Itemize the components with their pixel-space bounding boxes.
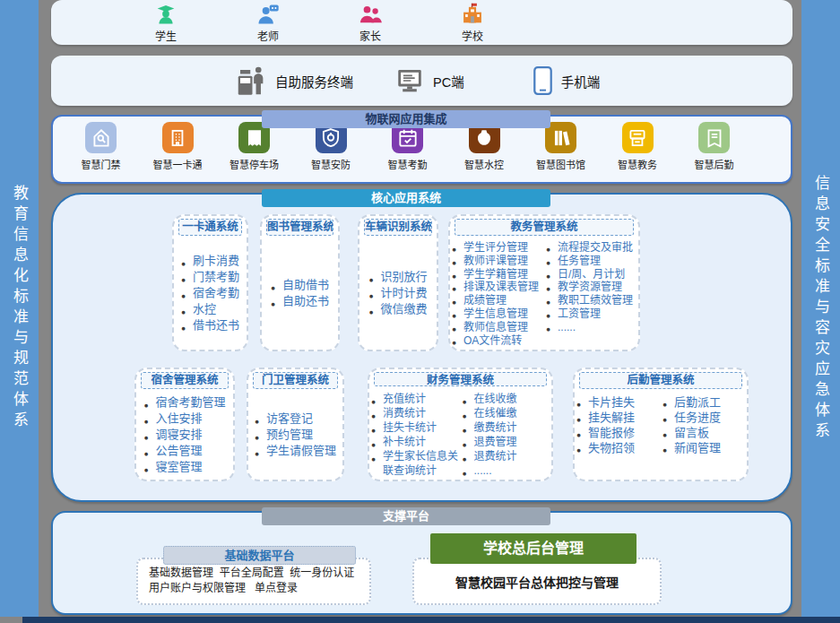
list-item: 流程提交及审批 xyxy=(546,241,636,255)
iot-label: 智慧考勤 xyxy=(388,157,428,171)
list-item: 新闻管理 xyxy=(662,440,745,455)
user-item-teacher: 老师 xyxy=(241,2,295,43)
student-icon xyxy=(152,2,179,27)
academic-icon xyxy=(622,122,654,153)
iot-panel: 物联网应用集成 智慧门禁智慧一卡通智慧停车场智慧安防智慧考勤智慧水控智慧图书馆智… xyxy=(51,115,792,184)
list-item: 学生请假管理 xyxy=(255,443,336,459)
sysbox-gate-system: 门卫管理系统访客登记预约管理学生请假管理 xyxy=(247,368,344,481)
list-item: ...... xyxy=(463,463,550,478)
item-column: 流程提交及审批任务管理日/周、月计划教学资源管理教职工绩效管理工资管理.....… xyxy=(546,241,636,334)
list-item: 调寝安排 xyxy=(143,427,225,443)
list-item: ...... xyxy=(546,321,636,334)
phone-icon xyxy=(533,65,553,96)
item-column: 宿舍考勤管理入住安排调寝安排公告管理寝室管理 xyxy=(143,394,225,475)
list-item: 公告管理 xyxy=(143,443,225,459)
sysbox-library-system: 图书管理系统自助借书自助还书 xyxy=(260,214,340,351)
iot-item-onecard: 智慧一卡通 xyxy=(148,122,208,171)
list-item: 挂失解挂 xyxy=(576,410,659,425)
list-item: 学生家长信息关联查询统计 xyxy=(371,449,459,478)
list-item: 卡片挂失 xyxy=(576,394,659,410)
list-item: 消费统计 xyxy=(371,406,459,420)
basic-data-platform-title: 基础数据平台 xyxy=(163,546,356,565)
list-item: 补卡统计 xyxy=(371,435,459,449)
iot-item-academic: 智慧教务 xyxy=(608,122,668,171)
iot-label: 智慧图书馆 xyxy=(536,157,585,171)
school-icon xyxy=(459,2,486,27)
sysbox-title: 教务管理系统 xyxy=(455,219,634,236)
iot-label: 智慧门禁 xyxy=(82,157,121,171)
item-column: 在线收缴在线催缴缴费统计退费管理退费统计...... xyxy=(463,392,550,478)
iot-item-logistics: 智慧后勤 xyxy=(684,122,744,171)
list-item: 自助借书 xyxy=(271,277,329,293)
user-item-school: 学校 xyxy=(446,2,499,43)
school-backend-box: 智慧校园平台总体把控与管理 xyxy=(412,558,662,605)
sysbox-title: 图书管理系统 xyxy=(266,219,333,236)
iot-item-water: 智慧水控 xyxy=(455,122,515,171)
list-item: 学生评分管理 xyxy=(452,241,542,255)
left-standards-bar: 教育信息化标准与规范体系 xyxy=(0,0,39,617)
list-item: 预约管理 xyxy=(255,427,336,443)
terminal-label: 手机端 xyxy=(561,72,601,91)
list-item: 充值统计 xyxy=(371,392,459,406)
list-item: 访客登记 xyxy=(255,411,336,427)
list-item: 教学资源管理 xyxy=(546,281,636,294)
sysbox-title: 门卫管理系统 xyxy=(253,372,338,389)
sysbox-body: 刷卡消费门禁考勤宿舍考勤水控借书还书 xyxy=(174,236,247,350)
item-column: 卡片挂失挂失解挂智能报修失物招领 xyxy=(576,394,659,455)
core-header: 核心应用系统 xyxy=(262,189,550,207)
parents-icon xyxy=(357,2,384,27)
user-item-student: 学生 xyxy=(139,2,193,43)
list-item: 识别放行 xyxy=(368,269,427,285)
user-label: 学校 xyxy=(462,28,483,43)
sysbox-title: 车辆识别系统 xyxy=(364,219,432,236)
pc-icon xyxy=(394,67,425,94)
school-backend-title: 学校总后台管理 xyxy=(430,533,636,564)
item-column: 后勤派工任务进度留言板新闻管理 xyxy=(662,394,745,455)
list-item: 留言板 xyxy=(662,425,745,440)
list-item: 在线收缴 xyxy=(463,392,550,406)
list-item: 工资管理 xyxy=(546,307,636,321)
sysbox-body: 充值统计消费统计挂失卡统计补卡统计学生家长信息关联查询统计在线收缴在线催缴缴费统… xyxy=(369,386,551,480)
sysbox-academic-system: 教务管理系统学生评分管理教师评课管理学生学籍管理排课及课表管理成绩管理学生信息管… xyxy=(448,214,640,351)
list-item: 挂失卡统计 xyxy=(371,420,459,435)
list-item: 智能报修 xyxy=(576,425,659,440)
iot-items: 智慧门禁智慧一卡通智慧停车场智慧安防智慧考勤智慧水控智慧图书馆智慧教务智慧后勤 xyxy=(53,122,791,171)
list-item: 退费统计 xyxy=(463,449,550,463)
one-card-icon xyxy=(162,122,194,153)
sysbox-dorm-system: 宿舍管理系统宿舍考勤管理入住安排调寝安排公告管理寝室管理 xyxy=(134,368,235,481)
iot-label: 智慧停车场 xyxy=(229,157,279,171)
list-item: 门禁考勤 xyxy=(181,269,239,285)
users-row: 学生老师家长学校 xyxy=(51,0,792,45)
sysbox-body: 识别放行计时计费微信缴费 xyxy=(359,236,437,350)
list-item: 计时计费 xyxy=(368,285,427,301)
user-label: 学生 xyxy=(155,28,177,43)
iot-label: 智慧教务 xyxy=(618,157,657,171)
school-backend-content: 智慧校园平台总体把控与管理 xyxy=(455,573,619,591)
list-item: 入住安排 xyxy=(143,411,225,427)
iot-label: 智慧水控 xyxy=(464,157,504,171)
sysbox-logistics-system: 后勤管理系统卡片挂失挂失解挂智能报修失物招领后勤派工任务进度留言板新闻管理 xyxy=(573,368,749,481)
user-label: 家长 xyxy=(359,28,381,43)
item-column: 充值统计消费统计挂失卡统计补卡统计学生家长信息关联查询统计 xyxy=(371,392,459,478)
item-column: 自助借书自助还书 xyxy=(271,277,329,309)
core-panel: 核心应用系统 一卡通系统刷卡消费门禁考勤宿舍考勤水控借书还书图书管理系统自助借书… xyxy=(51,193,792,502)
terminal-item-pc: PC端 xyxy=(394,67,464,94)
access-control-icon xyxy=(85,122,117,153)
sysbox-title: 财务管理系统 xyxy=(374,372,547,386)
terminal-item-kiosk: 自助服务终端 xyxy=(235,64,353,98)
list-item: 任务管理 xyxy=(546,255,636,268)
list-item: 退费管理 xyxy=(463,435,550,449)
sysbox-body: 访客登记预约管理学生请假管理 xyxy=(248,389,342,480)
iot-label: 智慧后勤 xyxy=(695,157,734,171)
list-item: 水控 xyxy=(181,301,239,317)
sysbox-onecard-system: 一卡通系统刷卡消费门禁考勤宿舍考勤水控借书还书 xyxy=(172,214,248,351)
iot-item-access: 智慧门禁 xyxy=(71,122,131,171)
basic-platform-line1: 基础数据管理 平台全局配置 统一身份认证 xyxy=(149,566,359,581)
list-item: 在线催缴 xyxy=(463,406,550,420)
list-item: 成绩管理 xyxy=(452,294,542,307)
list-item: 教职工绩效管理 xyxy=(546,294,636,307)
logistics-icon xyxy=(698,122,730,153)
sysbox-body: 宿舍考勤管理入住安排调寝安排公告管理寝室管理 xyxy=(136,389,233,480)
list-item: 教师评课管理 xyxy=(452,255,542,268)
iot-header: 物联网应用集成 xyxy=(262,110,550,128)
